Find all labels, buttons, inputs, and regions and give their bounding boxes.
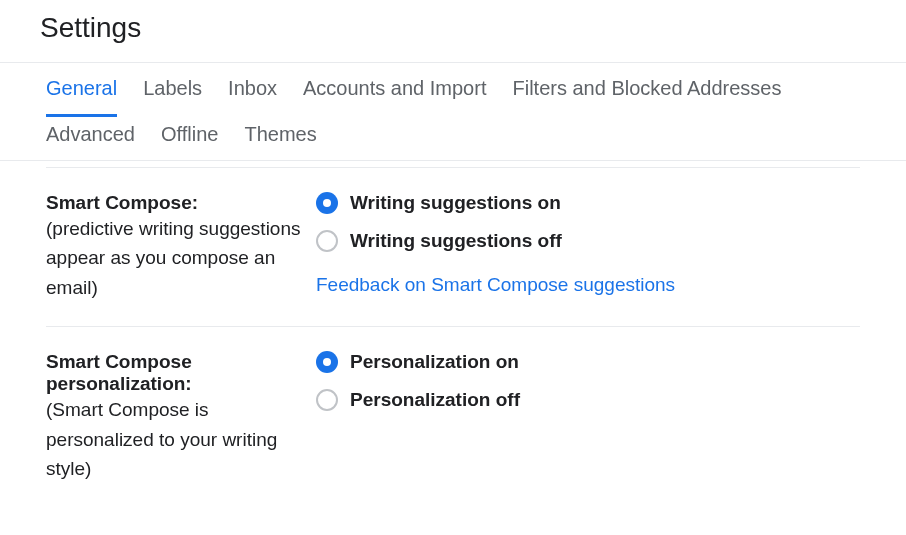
tab-labels[interactable]: Labels [143, 77, 202, 117]
setting-options-col: Writing suggestions on Writing suggestio… [316, 192, 860, 302]
tab-inbox[interactable]: Inbox [228, 77, 277, 117]
page-title: Settings [0, 0, 906, 62]
radio-icon [316, 192, 338, 214]
tabs-row-1: General Labels Inbox Accounts and Import… [46, 63, 860, 117]
radio-personalization-on[interactable]: Personalization on [316, 351, 860, 373]
setting-smart-compose-personalization: Smart Compose personalization: (Smart Co… [46, 327, 860, 507]
setting-title: Smart Compose personalization: [46, 351, 192, 394]
radio-writing-suggestions-off[interactable]: Writing suggestions off [316, 230, 860, 252]
radio-label: Writing suggestions off [350, 230, 562, 252]
tabs-row-2: Advanced Offline Themes [46, 117, 860, 160]
setting-smart-compose: Smart Compose: (predictive writing sugge… [46, 168, 860, 327]
radio-label: Personalization on [350, 351, 519, 373]
feedback-link-smart-compose[interactable]: Feedback on Smart Compose suggestions [316, 274, 675, 296]
tab-accounts-and-import[interactable]: Accounts and Import [303, 77, 486, 117]
setting-options-col: Personalization on Personalization off [316, 351, 860, 483]
radio-icon [316, 389, 338, 411]
tab-filters-and-blocked[interactable]: Filters and Blocked Addresses [512, 77, 781, 117]
radio-icon [316, 230, 338, 252]
setting-label-col: Smart Compose: (predictive writing sugge… [46, 192, 316, 302]
setting-label-col: Smart Compose personalization: (Smart Co… [46, 351, 316, 483]
setting-title: Smart Compose: [46, 192, 198, 213]
tab-themes[interactable]: Themes [244, 123, 316, 146]
setting-desc: (Smart Compose is personalized to your w… [46, 395, 306, 483]
tabs-container: General Labels Inbox Accounts and Import… [0, 62, 906, 160]
radio-icon [316, 351, 338, 373]
tab-offline[interactable]: Offline [161, 123, 218, 146]
radio-label: Personalization off [350, 389, 520, 411]
radio-writing-suggestions-on[interactable]: Writing suggestions on [316, 192, 860, 214]
settings-body: Smart Compose: (predictive writing sugge… [0, 160, 906, 508]
tab-advanced[interactable]: Advanced [46, 123, 135, 146]
tab-general[interactable]: General [46, 77, 117, 117]
radio-personalization-off[interactable]: Personalization off [316, 389, 860, 411]
setting-desc: (predictive writing suggestions appear a… [46, 214, 306, 302]
radio-label: Writing suggestions on [350, 192, 561, 214]
